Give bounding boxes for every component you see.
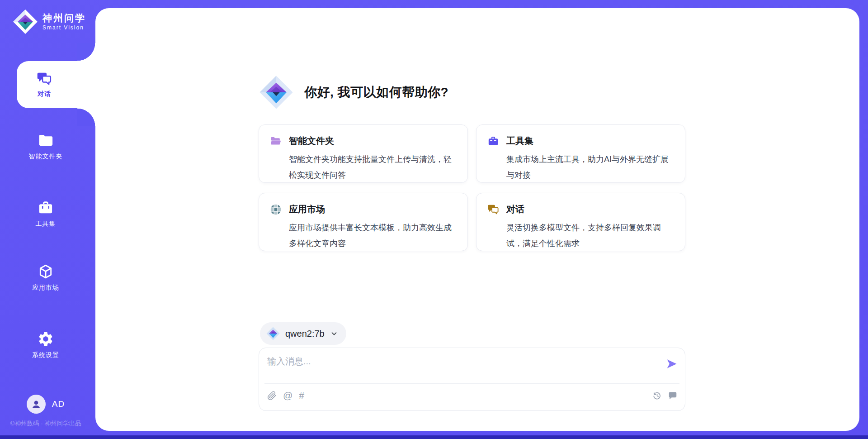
brand-subtitle: Smart Vision [42, 24, 86, 31]
chat-icon [37, 71, 52, 86]
card-description: 集成市场上主流工具，助力AI与外界无缝扩展与对接 [506, 152, 676, 183]
feature-cards: 智能文件夹 智能文件夹功能支持批量文件上传与清洗，轻松实现文件问答 工具集 集成… [259, 124, 685, 251]
composer-tools-right [652, 391, 678, 401]
message-input[interactable] [266, 354, 648, 380]
card-toolset[interactable]: 工具集 集成市场上主流工具，助力AI与外界无缝扩展与对接 [476, 124, 685, 183]
folder-open-icon [270, 135, 282, 147]
grid-globe-icon [270, 204, 282, 215]
user-name: AD [52, 399, 65, 409]
sidebar-item-label: 应用市场 [32, 284, 59, 292]
avatar [27, 395, 46, 414]
sidebar-item-toolset[interactable]: 工具集 [0, 200, 91, 228]
greeting: 你好, 我可以如何帮助你? [259, 75, 448, 110]
logo-diamond-icon [266, 327, 280, 340]
composer-divider [264, 383, 679, 384]
tab-connector-bottom [77, 108, 95, 126]
card-title: 应用市场 [289, 203, 325, 215]
card-title: 智能文件夹 [289, 135, 334, 147]
chat-bubble-icon[interactable] [668, 391, 678, 401]
composer-tools-left: @ # [267, 391, 304, 401]
user-profile[interactable]: AD [0, 395, 91, 414]
window-bottom-edge [0, 435, 868, 439]
brand-title: 神州问学 [42, 13, 86, 23]
card-description: 灵活切换多模型文件，支持多样回复效果调试，满足个性化需求 [506, 220, 676, 252]
card-chat[interactable]: 对话 灵活切换多模型文件，支持多样回复效果调试，满足个性化需求 [476, 193, 685, 251]
user-avatar-icon [30, 398, 42, 410]
sidebar-item-label: 对话 [38, 90, 51, 98]
composer: @ # [259, 348, 685, 411]
model-selector[interactable]: qwen2:7b [260, 322, 346, 345]
send-icon[interactable] [666, 358, 678, 370]
history-icon[interactable] [652, 391, 662, 401]
chevron-down-icon [330, 329, 338, 338]
model-name: qwen2:7b [285, 329, 325, 339]
briefcase-icon [38, 200, 54, 216]
sidebar-item-label: 系统设置 [32, 351, 59, 359]
main-content-panel: 你好, 我可以如何帮助你? 智能文件夹 智能文件夹功能支持批量文件上传与清洗，轻… [95, 8, 859, 431]
card-title: 对话 [506, 203, 524, 215]
sidebar-item-label: 智能文件夹 [29, 153, 63, 161]
at-icon[interactable]: @ [283, 391, 292, 401]
greeting-text: 你好, 我可以如何帮助你? [304, 84, 448, 101]
sidebar-item-settings[interactable]: 系统设置 [0, 331, 91, 359]
folder-icon [38, 132, 54, 148]
gear-icon [38, 331, 54, 347]
card-app-market[interactable]: 应用市场 应用市场提供丰富长文本模板，助力高效生成多样化文章内容 [259, 193, 468, 251]
copyright-footer: ©神州数码 · 神州问学出品 [0, 420, 91, 428]
cube-icon [38, 263, 54, 280]
brand: 神州问学 Smart Vision [13, 9, 86, 34]
chat-icon [487, 204, 499, 215]
logo-diamond-icon [259, 75, 293, 110]
hash-icon[interactable]: # [299, 391, 304, 401]
sidebar-item-smart-folder[interactable]: 智能文件夹 [0, 132, 91, 161]
sidebar-item-app-market[interactable]: 应用市场 [0, 263, 91, 292]
briefcase-icon [487, 135, 499, 147]
sidebar-item-label: 工具集 [36, 220, 56, 228]
paperclip-icon[interactable] [267, 391, 277, 401]
card-title: 工具集 [506, 135, 533, 147]
card-description: 智能文件夹功能支持批量文件上传与清洗，轻松实现文件问答 [289, 152, 458, 183]
logo-diamond-icon [13, 9, 38, 34]
card-description: 应用市场提供丰富长文本模板，助力高效生成多样化文章内容 [289, 220, 458, 252]
tab-connector-top [77, 43, 95, 61]
card-smart-folder[interactable]: 智能文件夹 智能文件夹功能支持批量文件上传与清洗，轻松实现文件问答 [259, 124, 468, 183]
sidebar-item-chat[interactable]: 对话 [17, 61, 96, 108]
